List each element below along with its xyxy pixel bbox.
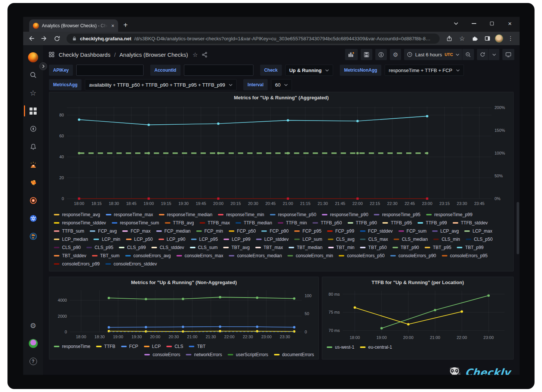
legend-item-CLS_p95[interactable]: CLS_p95 [86,243,113,252]
explore-compass-icon[interactable] [23,120,43,138]
time-range-picker[interactable]: Last 6 hours UTC [404,49,462,60]
var-check-select[interactable]: Up & Running [285,65,333,76]
maximize-button[interactable] [489,21,495,27]
legend-item-TTFB_p99[interactable]: TTFB_p99 [418,219,447,227]
legend-item-FCP_stddev[interactable]: FCP_stddev [360,227,393,235]
legend-item-CLS_p50[interactable]: CLS_p50 [466,235,493,243]
close-button[interactable]: × [507,21,513,27]
share-icon[interactable] [444,33,455,44]
settings-gear-icon[interactable]: ⚙ [23,317,43,335]
legend-item-TTFB_median[interactable]: TTFB_median [235,219,272,227]
sidebar-item-dashboards[interactable] [23,102,43,120]
share-dashboard-icon[interactable] [201,52,208,58]
legend-item-TBT_sum[interactable]: TBT_sum [92,252,120,260]
legend-item-responseTime_stddev[interactable]: responseTime_stddev [54,219,106,227]
browser-tab[interactable]: Analytics (Browser Checks) - Chec × [29,19,118,32]
panel-aggregated-title[interactable]: Metrics for "Up & Running" (Aggregated) [49,92,513,101]
insights-info-button[interactable] [375,49,387,60]
extensions-puzzle-icon[interactable] [469,33,480,44]
legend-item-LCP_max[interactable]: LCP_max [464,227,492,235]
legend-item-consoleErrors_max[interactable]: consoleErrors_max [176,252,223,260]
legend-item-FCP_median[interactable]: FCP_median [156,227,191,235]
legend-item-TBT_p95[interactable]: TBT_p95 [425,243,451,252]
var-interval-select[interactable]: 60 [271,79,292,90]
legend-item-TBT_stddev[interactable]: TBT_stddev [54,252,86,260]
legend-item-responseTime[interactable]: responseTime [54,342,90,351]
ttfb-chart-canvas[interactable]: 18:0019:0020:0021:0022:0023:0070 ms75 ms… [324,286,511,342]
legend-item-CLS_median[interactable]: CLS_median [394,235,428,243]
profile-avatar[interactable] [495,34,503,43]
browser-menu-kebab-icon[interactable]: ⋮ [505,33,516,44]
legend-item-us-west-1[interactable]: us-west-1 [327,343,354,351]
legend-item-consoleErrors_stddev[interactable]: consoleErrors_stddev [105,260,157,268]
kiosk-mode-button[interactable] [502,49,514,60]
legend-item-consoleErrors_p99[interactable]: consoleErrors_p99 [54,260,100,268]
refresh-button[interactable] [477,49,488,60]
incident-siren-icon[interactable] [23,156,43,174]
back-button[interactable] [26,33,37,44]
legend-item-LCP_p99[interactable]: LCP_p99 [224,235,250,243]
legend-item-LCP_p50[interactable]: LCP_p50 [126,235,153,243]
legend-item-FCP_min[interactable]: FCP_min [196,227,223,235]
legend-item-CLS_max[interactable]: CLS_max [360,235,388,243]
legend-item-LCP_sum[interactable]: LCP_sum [294,235,322,243]
breadcrumb-root[interactable]: Checkly Dashboards [59,52,110,58]
legend-item-TBT[interactable]: TBT [189,342,206,351]
sidebar-expand-button[interactable] [39,62,47,70]
legend-item-consoleErrors_p50[interactable]: consoleErrors_p50 [339,252,385,260]
legend-item-FCP[interactable]: FCP [121,342,138,351]
legend-item-networkErrors[interactable]: networkErrors [186,351,222,359]
legend-item-responseTime_avg[interactable]: responseTime_avg [54,211,100,219]
tab-close-icon[interactable]: × [111,22,115,29]
legend-item-responseTime_p90[interactable]: responseTime_p90 [322,211,368,219]
legend-item-CLS_min[interactable]: CLS_min [433,235,460,243]
url-bar[interactable]: checklyhq.grafana.net/d/s3BKQ-D4k/analyt… [67,34,440,44]
legend-item-LCP[interactable]: LCP [144,342,161,351]
legend-item-CLS_stddev[interactable]: CLS_stddev [151,243,184,252]
alerting-bell-icon[interactable] [23,138,43,156]
forward-button[interactable] [39,33,49,44]
var-accountid-input[interactable] [184,65,253,76]
kubernetes-icon[interactable] [23,209,43,227]
zoom-out-button[interactable] [462,49,474,60]
legend-item-TBT_min[interactable]: TBT_min [328,243,355,252]
legend-item-responseTime_median[interactable]: responseTime_median [159,211,213,219]
panel-non-aggregated-title[interactable]: Metrics for "Up & Running" (Non-Aggregat… [49,277,318,286]
legend-item-CLS_p90[interactable]: CLS_p90 [54,243,81,252]
help-icon[interactable]: ? [23,352,43,370]
apps-grid-icon[interactable] [48,51,55,58]
legend-item-LCP_min[interactable]: LCP_min [93,235,120,243]
reload-button[interactable] [52,33,62,44]
legend-item-TTFB_p50[interactable]: TTFB_p50 [312,219,342,227]
legend-item-FCP_p50[interactable]: FCP_p50 [229,227,256,235]
legend-item-documentErrors[interactable]: documentErrors [274,351,314,359]
legend-item-consoleErrors_p90[interactable]: consoleErrors_p90 [390,252,436,260]
save-dashboard-button[interactable] [361,49,372,60]
legend-item-consoleErrors[interactable]: consoleErrors [144,351,180,359]
legend-item-CLS[interactable]: CLS [166,342,183,351]
aggregated-chart-canvas[interactable]: 18:0018:1518:3018:4519:0019:1519:3019:45… [52,101,511,210]
synthetic-monitoring-globe-icon[interactable] [23,227,43,245]
legend-item-responseTime_p99[interactable]: responseTime_p99 [426,211,472,219]
legend-item-responseTime_min[interactable]: responseTime_min [218,211,264,219]
legend-item-TTFB_max[interactable]: TTFB_max [200,219,230,227]
machine-learning-brain-icon[interactable] [23,174,43,192]
non-aggregated-chart-canvas[interactable]: 18:0018:3019:0019:3020:0020:3021:0021:30… [52,286,316,342]
panel-ttfb-title[interactable]: TTFB for "Up & Running" (per Location) [322,277,513,286]
legend-item-FCP_p95[interactable]: FCP_p95 [294,227,321,235]
legend-item-TTFB_sum[interactable]: TTFB_sum [54,227,84,235]
legend-item-FCP_max[interactable]: FCP_max [122,227,150,235]
dashboard-settings-gear-icon[interactable]: ⚙ [390,49,401,60]
legend-item-userScriptErrors[interactable]: userScriptErrors [228,351,268,359]
favorite-star-icon[interactable]: ☆ [193,51,198,58]
legend-item-TTFB_p90[interactable]: TTFB_p90 [348,219,377,227]
minimize-button[interactable] [471,21,477,27]
legend-item-CLS_p99[interactable]: CLS_p99 [119,243,146,252]
legend-item-CLS_avg[interactable]: CLS_avg [328,235,354,243]
legend-item-eu-central-1[interactable]: eu-central-1 [360,343,392,351]
legend-item-consoleErrors_min[interactable]: consoleErrors_min [287,252,333,260]
legend-item-FCP_avg[interactable]: FCP_avg [90,227,117,235]
oncall-icon[interactable] [23,192,43,209]
legend-item-CLS_sum[interactable]: CLS_sum [190,243,218,252]
legend-item-FCP_sum[interactable]: FCP_sum [398,227,426,235]
